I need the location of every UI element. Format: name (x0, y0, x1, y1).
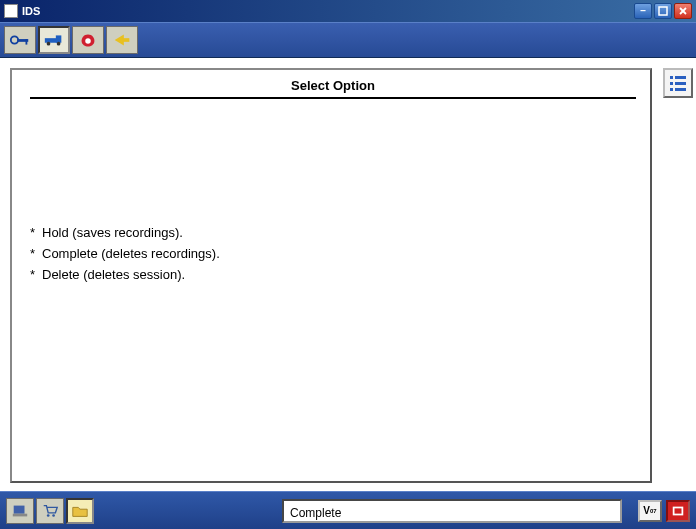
maximize-button[interactable] (654, 3, 672, 19)
list-item: *Complete (deletes recordings). (30, 246, 636, 261)
diagnostic-icon[interactable] (72, 26, 104, 54)
list-item: *Delete (deletes session). (30, 267, 636, 282)
close-button[interactable] (674, 3, 692, 19)
svg-rect-14 (670, 82, 673, 85)
svg-rect-19 (13, 513, 27, 516)
panel-divider (30, 97, 636, 99)
system-icon[interactable] (6, 498, 34, 524)
svg-rect-17 (675, 88, 686, 91)
cart-icon[interactable] (36, 498, 64, 524)
version-sub: 07 (650, 508, 657, 514)
status-field: Complete (282, 499, 622, 523)
folder-open-icon[interactable] (66, 498, 94, 524)
window-title: IDS (22, 5, 630, 17)
svg-point-3 (11, 36, 18, 43)
svg-rect-23 (675, 508, 682, 513)
key-icon[interactable] (4, 26, 36, 54)
option-text: Delete (deletes session). (42, 267, 185, 282)
app-icon (4, 4, 18, 18)
svg-rect-11 (122, 38, 129, 42)
svg-point-10 (85, 38, 91, 44)
svg-rect-16 (670, 88, 673, 91)
svg-rect-6 (45, 38, 58, 43)
svg-point-20 (47, 514, 50, 517)
bottom-right-indicators: V07 (638, 500, 690, 522)
svg-rect-12 (670, 76, 673, 79)
list-menu-icon[interactable] (663, 68, 693, 98)
version-label: V (643, 505, 650, 516)
panel-heading: Select Option (30, 76, 636, 97)
svg-point-9 (57, 42, 61, 46)
bottom-bar: Complete V07 (0, 491, 696, 529)
option-text: Hold (saves recordings). (42, 225, 183, 240)
svg-rect-13 (675, 76, 686, 79)
svg-rect-0 (659, 7, 667, 15)
option-text: Complete (deletes recordings). (42, 246, 220, 261)
window-titlebar: IDS – (0, 0, 696, 22)
svg-rect-5 (26, 39, 28, 45)
minimize-button[interactable]: – (634, 3, 652, 19)
main-toolbar (0, 22, 696, 58)
svg-point-8 (47, 42, 51, 46)
svg-rect-7 (56, 35, 62, 42)
version-indicator[interactable]: V07 (638, 500, 662, 522)
options-list: *Hold (saves recordings). *Complete (del… (30, 219, 636, 288)
side-rail (660, 58, 696, 491)
svg-point-21 (52, 514, 55, 517)
record-indicator-icon[interactable] (666, 500, 690, 522)
main-panel: Select Option *Hold (saves recordings). … (10, 68, 652, 483)
window-controls: – (634, 3, 692, 19)
vehicle-icon[interactable] (38, 26, 70, 54)
svg-rect-15 (675, 82, 686, 85)
list-item: *Hold (saves recordings). (30, 225, 636, 240)
back-arrow-icon[interactable] (106, 26, 138, 54)
bottom-left-buttons (6, 498, 94, 524)
svg-rect-18 (14, 505, 25, 513)
content-area: Select Option *Hold (saves recordings). … (0, 58, 696, 491)
